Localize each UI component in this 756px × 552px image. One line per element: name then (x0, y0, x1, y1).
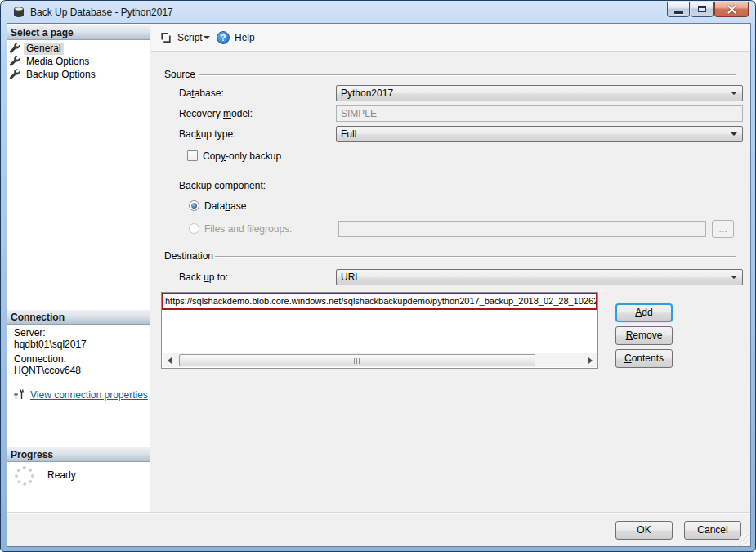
browse-button: ... (712, 220, 734, 238)
dialog-client-area: Select a page General Media Options Back… (7, 24, 750, 546)
maximize-button[interactable] (691, 2, 714, 17)
close-button[interactable] (714, 2, 749, 17)
copy-only-backup-label[interactable]: Copy-only backup (203, 150, 281, 162)
sidebar: Select a page General Media Options Back… (7, 24, 150, 512)
server-value: hqdbt01\sql2017 (14, 339, 87, 350)
destination-group-header: Destination (164, 250, 213, 262)
source-group-header: Source (164, 69, 195, 80)
recovery-model-field: SIMPLE (336, 105, 743, 122)
sidebar-item-label: Media Options (24, 56, 92, 68)
add-button[interactable]: Add (615, 303, 673, 322)
arrow-left-icon (168, 357, 172, 364)
sidebar-item-label: General (24, 43, 64, 55)
backup-component-label: Backup component: (179, 180, 266, 191)
back-up-to-label: Back up to: (179, 272, 228, 283)
backup-type-value: Full (341, 128, 356, 140)
plug-icon (12, 388, 25, 401)
recovery-model-value: SIMPLE (341, 108, 377, 119)
database-icon (12, 6, 25, 19)
back-up-to-select[interactable]: URL (336, 269, 743, 285)
maximize-icon (698, 6, 706, 12)
resize-grip[interactable] (739, 535, 749, 545)
backup-type-label: Backup type: (179, 128, 235, 140)
titlebar[interactable]: Back Up Database - Python2017 (1, 1, 755, 24)
minimize-icon (674, 11, 683, 14)
files-filegroups-label: Files and filegroups: (204, 223, 292, 235)
url-list-item[interactable]: https://sqlshackdemo.blob.core.windows.n… (162, 293, 597, 310)
backup-type-select[interactable]: Full (336, 126, 743, 142)
scroll-thumb[interactable] (179, 354, 535, 366)
database-radio-label[interactable]: Database (204, 200, 246, 212)
database-select[interactable]: Python2017 (336, 85, 743, 101)
sidebar-item-label: Backup Options (24, 69, 98, 81)
progress-header: Progress (7, 447, 150, 462)
chevron-down-icon (731, 276, 737, 279)
destination-group-line (215, 256, 736, 257)
ok-button[interactable]: OK (615, 521, 673, 540)
cancel-button[interactable]: Cancel (684, 521, 741, 540)
wrench-icon (9, 43, 20, 54)
sidebar-item-general[interactable]: General (9, 42, 64, 55)
horizontal-scrollbar[interactable] (163, 353, 597, 367)
copy-only-backup-checkbox[interactable] (187, 150, 198, 161)
chevron-down-icon (731, 92, 737, 95)
select-a-page-header: Select a page (7, 25, 150, 40)
remove-button[interactable]: Remove (615, 326, 673, 345)
toolbar: Script ? Help (151, 24, 750, 52)
help-button[interactable]: ? Help (213, 28, 258, 47)
database-value: Python2017 (341, 88, 393, 99)
backup-database-window: Back Up Database - Python2017 Select a p… (0, 0, 756, 552)
view-connection-properties-link[interactable]: View connection properties (12, 388, 148, 401)
window-title: Back Up Database - Python2017 (30, 7, 173, 18)
connection-value: HQNT\ccov648 (14, 365, 81, 376)
source-group-line (199, 74, 736, 75)
sidebar-item-backup-options[interactable]: Backup Options (9, 68, 98, 81)
sidebar-item-media-options[interactable]: Media Options (9, 55, 92, 68)
wrench-icon (9, 69, 20, 80)
scroll-left-button[interactable] (163, 353, 176, 367)
connection-header: Connection (7, 310, 150, 325)
progress-status: Ready (47, 469, 76, 481)
chevron-down-icon (731, 132, 737, 136)
database-radio[interactable] (189, 200, 199, 211)
database-label: Database: (179, 88, 224, 99)
footer-divider (7, 512, 750, 514)
script-icon (159, 31, 172, 44)
connection-label: Connection: (14, 353, 66, 365)
help-button-label: Help (235, 32, 255, 43)
spinner-icon (15, 466, 34, 486)
script-button-label: Script (177, 32, 203, 43)
scroll-right-button[interactable] (584, 353, 597, 367)
chevron-down-icon (204, 36, 210, 39)
backup-url-list[interactable]: https://sqlshackdemo.blob.core.windows.n… (161, 292, 598, 369)
minimize-button[interactable] (667, 2, 690, 17)
wrench-icon (9, 56, 20, 67)
help-icon: ? (217, 31, 230, 44)
recovery-model-label: Recovery model: (179, 108, 253, 119)
arrow-right-icon (588, 357, 593, 364)
files-filegroups-radio (189, 223, 199, 234)
radio-dot (191, 203, 197, 209)
close-icon (727, 5, 737, 14)
contents-button[interactable]: Contents (615, 349, 673, 368)
script-dropdown-button[interactable] (200, 28, 213, 47)
script-button[interactable]: Script (156, 28, 206, 47)
back-up-to-value: URL (341, 272, 360, 283)
view-connection-properties-label: View connection properties (30, 389, 148, 401)
files-filegroups-field (338, 221, 706, 237)
server-label: Server: (14, 327, 46, 339)
